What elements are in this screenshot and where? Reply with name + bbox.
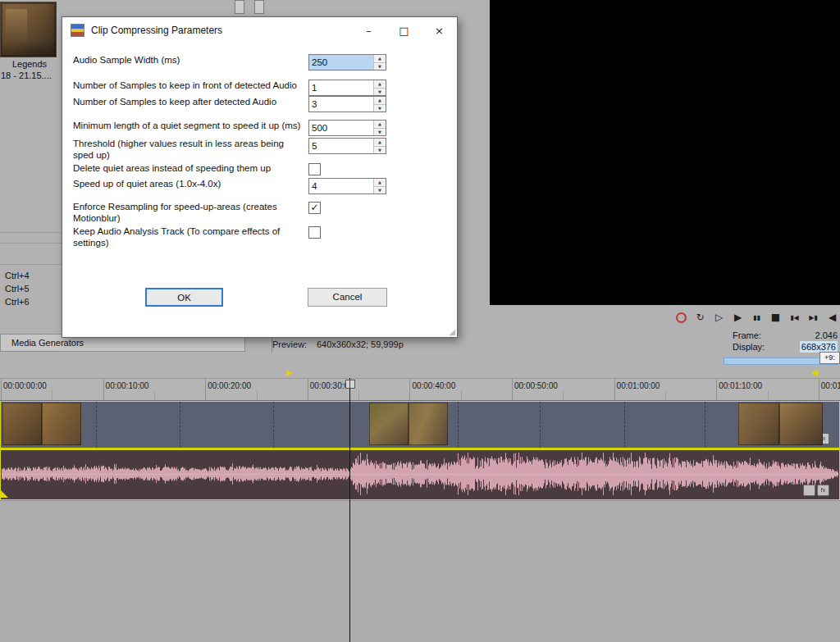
record-icon [676,312,687,323]
scrollbar-fragment[interactable] [235,0,244,14]
ruler-tick-label: 00:00:40:00 [412,381,455,390]
ruler-tick-label: 00:00:00:00 [3,381,47,390]
divider [0,264,64,265]
dialog-field-row: Delete quiet areas instead of speeding t… [73,162,445,175]
dialog-button-row: OK Cancel [62,288,457,307]
transport-controls: ↻▷▶▮▮■▮◀▶▮◀ [664,307,840,327]
dialog-field-row: Threshold (higher values result in less … [73,138,445,161]
ruler-minor-tick [52,390,52,400]
ruler-minor-tick [358,390,359,400]
ruler-tick [103,379,104,400]
spinner-down-button[interactable]: ▼ [374,187,386,194]
media-clip-name: Legends [0,59,59,69]
spinner-down-button[interactable]: ▼ [374,147,386,154]
spinner-up-button[interactable]: ▲ [374,55,386,63]
frame-status: Frame:2.046 Display:668x376 [733,330,838,353]
preview-value: 640x360x32; 59,999p [317,339,404,349]
ok-button[interactable]: OK [145,288,223,307]
spinner-up-button[interactable]: ▲ [374,179,386,187]
clip-marker-line [96,402,97,448]
prev-frame-button[interactable]: ◀ [824,309,840,326]
dialog-field-row: Speed up of quiet areas (1.0x-4.0x)4▲▼ [73,178,445,194]
video-track-clip[interactable]: fx [0,401,840,448]
clip-marker-line [705,402,705,448]
event-fx-button[interactable]: fx [817,485,829,496]
spinner-value[interactable]: 250 [309,55,373,70]
field-label: Number of Samples to keep after detected… [73,96,306,107]
scrollbar-fragment[interactable] [254,0,264,14]
clip-marker-line [458,402,459,448]
close-button[interactable]: × [422,17,457,43]
number-spinner[interactable]: 500▲▼ [308,120,386,136]
checkbox-checked[interactable]: ✓ [308,202,321,214]
timeline-ruler[interactable]: 00:00:00:0000:00:10:0000:00:20:0000:00:3… [0,378,840,401]
loop-region-start-marker[interactable] [286,370,293,376]
play-from-start-button[interactable]: ▷ [711,309,727,326]
zoom-badge[interactable]: +9: [819,352,840,364]
spinner-value[interactable]: 5 [309,139,373,153]
maximize-button[interactable]: □ [386,17,422,43]
loop-playback-button[interactable]: ↻ [692,309,708,326]
record-button[interactable] [673,309,689,326]
audio-track-clip[interactable]: fx [0,449,840,500]
field-label: Delete quiet areas instead of speeding t… [73,162,306,174]
spinner-up-button[interactable]: ▲ [374,139,386,147]
spinner-down-button[interactable]: ▼ [374,89,386,96]
play-button[interactable]: ▶ [730,309,746,326]
clip-marker-line [540,402,541,448]
loop-region-end-marker[interactable] [811,370,818,376]
video-preview [490,0,840,305]
media-clip-range: 18 - 21.15.... [1,71,52,80]
dialog-field-row: Enforce Resampling for speed-up-areas (c… [73,201,445,224]
cancel-button[interactable]: Cancel [308,288,387,307]
dialog-field-row: Keep Audio Analysis Track (To compare ef… [73,225,445,248]
ruler-minor-tick [768,390,769,400]
video-frame-thumbnail [2,403,42,445]
dialog-fields: Audio Sample Width (ms)250▲▼Number of Sa… [62,43,457,248]
video-frame-thumbnail [779,403,823,445]
go-to-end-button[interactable]: ▶▮ [806,309,821,326]
playhead-handle[interactable] [345,380,355,389]
number-spinner[interactable]: 1▲▼ [308,80,386,96]
spinner-down-button[interactable]: ▼ [374,63,386,71]
field-label: Speed up of quiet areas (1.0x-4.0x) [73,178,306,189]
playhead-line [349,378,350,642]
field-label: Minimum length of a quiet segment to spe… [73,120,306,131]
stop-button[interactable]: ■ [768,309,783,326]
clip-marker-line [624,402,625,448]
pause-button[interactable]: ▮▮ [749,309,765,326]
dialog-title-bar[interactable]: Clip Compressing Parameters – □ × [62,17,457,43]
checkbox-unchecked[interactable] [308,226,321,239]
spinner-value[interactable]: 1 [309,80,373,95]
ruler-tick-label: 00:00:20:00 [208,381,251,390]
spinner-buttons: ▲▼ [373,139,386,153]
field-label: Number of Samples to keep in front of de… [73,80,306,91]
media-thumbnail[interactable] [0,2,57,57]
spinner-up-button[interactable]: ▲ [374,121,386,129]
spinner-value[interactable]: 3 [309,97,373,112]
checkbox-unchecked[interactable] [308,163,321,175]
number-spinner[interactable]: 250▲▼ [308,54,386,71]
video-frame-thumbnail [409,403,448,445]
spinner-up-button[interactable]: ▲ [374,80,386,89]
spinner-value[interactable]: 500 [309,121,373,135]
field-label: Enforce Resampling for speed-up-areas (c… [73,201,306,224]
spinner-down-button[interactable]: ▼ [374,129,386,136]
resize-grip-icon[interactable]: ◢ [449,327,455,336]
go-to-start-button[interactable]: ▮◀ [787,309,802,326]
dialog-field-row: Minimum length of a quiet segment to spe… [73,120,445,136]
spinner-value[interactable]: 4 [309,179,373,194]
spinner-down-button[interactable]: ▼ [374,105,386,112]
number-spinner[interactable]: 4▲▼ [308,178,386,194]
spinner-up-button[interactable]: ▲ [374,97,386,105]
normalize-button[interactable] [803,485,815,496]
preview-label: Preview: [272,339,317,350]
dialog-field-row: Number of Samples to keep after detected… [73,96,445,112]
ruler-minor-tick [461,390,462,400]
shortcut-item: Ctrl+5 [5,282,30,295]
minimize-button[interactable]: – [351,17,386,43]
spinner-buttons: ▲▼ [373,179,386,194]
number-spinner[interactable]: 3▲▼ [308,96,386,112]
number-spinner[interactable]: 5▲▼ [308,138,386,154]
clip-marker-line [273,402,274,448]
